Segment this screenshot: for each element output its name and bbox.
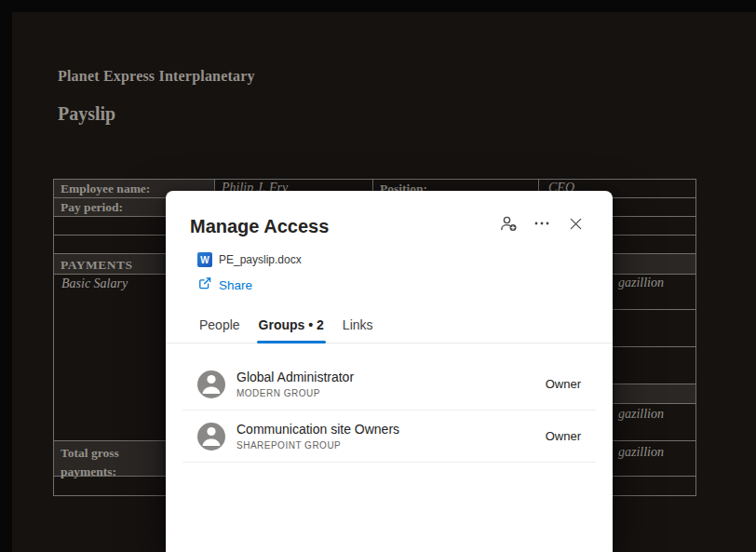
ellipsis-icon <box>533 215 550 236</box>
group-name: Communication site Owners <box>236 422 399 438</box>
amount-value: gazillion <box>618 445 664 460</box>
group-type: MODERN GROUP <box>236 388 354 398</box>
manage-access-dialog: Manage Access <box>166 191 613 552</box>
group-avatar <box>197 370 225 398</box>
close-icon <box>569 217 583 235</box>
employee-name-label: Employee name: <box>61 182 150 196</box>
share-icon <box>197 276 212 294</box>
payments-section-header: PAYMENTS <box>61 258 133 273</box>
total-gross-label: Total gross payments: <box>61 444 165 480</box>
group-type: SHAREPOINT GROUP <box>236 440 399 451</box>
group-row[interactable]: Communication site Owners SHAREPOINT GRO… <box>182 411 596 463</box>
document-title: Payslip <box>58 103 115 125</box>
close-button[interactable] <box>566 216 585 235</box>
amount-value: gazillion <box>618 407 664 422</box>
share-label: Share <box>219 278 252 292</box>
more-options-button[interactable] <box>533 216 551 235</box>
person-add-icon <box>499 214 518 236</box>
person-silhouette-icon <box>197 370 225 398</box>
group-avatar <box>197 423 225 451</box>
person-silhouette-icon <box>197 423 225 451</box>
share-button[interactable]: Share <box>197 276 252 294</box>
file-name: PE_payslip.docx <box>219 253 302 266</box>
word-document-icon: W <box>197 252 212 267</box>
dialog-title: Manage Access <box>190 216 329 237</box>
amount-value: gazillion <box>618 276 664 290</box>
pay-period-label: Pay period: <box>61 200 123 215</box>
dialog-actions <box>499 216 585 235</box>
screen: Planet Express Interplanetary Payslip Em… <box>0 0 756 552</box>
tab-links[interactable]: Links <box>333 316 383 343</box>
group-text: Communication site Owners SHAREPOINT GRO… <box>236 422 399 451</box>
group-name: Global Administrator <box>236 370 354 385</box>
tab-people[interactable]: People <box>190 316 250 343</box>
tab-bar: People Groups • 2 Links <box>190 316 383 343</box>
group-role: Owner <box>546 429 581 443</box>
tab-groups[interactable]: Groups • 2 <box>250 316 333 343</box>
group-role: Owner <box>546 377 581 391</box>
groups-list: Global Administrator MODERN GROUP Owner … <box>166 358 613 463</box>
grant-access-button[interactable] <box>499 216 518 235</box>
file-row: W PE_payslip.docx <box>197 252 302 267</box>
group-text: Global Administrator MODERN GROUP <box>236 370 354 398</box>
group-row[interactable]: Global Administrator MODERN GROUP Owner <box>182 358 596 411</box>
company-name: Planet Express Interplanetary <box>58 68 255 85</box>
basic-salary-label: Basic Salary <box>61 276 128 291</box>
